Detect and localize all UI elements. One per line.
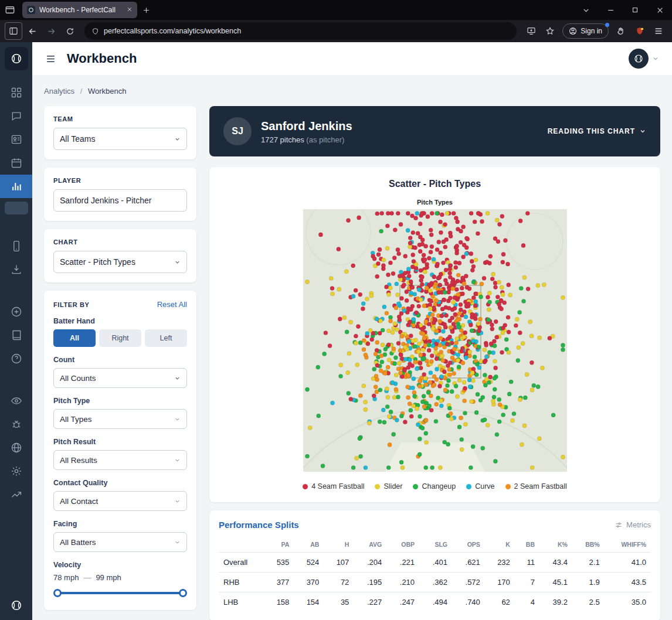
pitch-point [396,367,401,371]
splits-title[interactable]: Performance Splits [219,520,299,530]
pitch-point [375,340,379,345]
pitch-point [525,211,530,215]
pitch-point [452,296,456,300]
batter-hand-all-button[interactable]: All [53,329,96,347]
metrics-button[interactable]: Metrics [615,520,651,529]
adblock-icon[interactable] [631,22,649,40]
tab-close-icon[interactable] [127,6,133,14]
sidebar-item-bug[interactable] [0,413,32,436]
app-header: Workbench [32,42,672,75]
pitch-type-select[interactable]: All Types [53,409,187,429]
menu-icon[interactable] [650,22,667,40]
pitch-point [470,259,474,263]
tab-list-chevron-icon[interactable] [573,0,598,20]
sidebar-item-trend-up[interactable] [0,483,32,506]
contact-quality-select[interactable]: All Contact [53,491,187,511]
slider-handle-max[interactable] [179,589,187,597]
splits-cell: 35 [324,592,354,612]
shield-icon[interactable] [91,28,99,35]
splits-cell: 370 [294,573,324,592]
sidebar-item-bar-chart[interactable] [0,175,32,198]
pitch-point [392,362,396,366]
reload-icon[interactable] [61,22,79,40]
pitch-point [461,225,465,229]
url-bar[interactable]: perfectcallsports.com/analytics/workbenc… [84,22,517,40]
pitch-point [453,265,457,270]
save-to-device-icon[interactable] [522,22,540,40]
chart-select[interactable]: Scatter - Pitch Types [53,251,187,273]
pitch-point [425,286,429,290]
breadcrumb-analytics[interactable]: Analytics [44,87,74,96]
bookmark-star-icon[interactable] [541,22,559,40]
reading-this-chart-toggle[interactable]: READING THIS CHART [548,127,646,135]
slider-handle-min[interactable] [53,589,62,597]
sidebar-item-gear[interactable] [0,459,32,483]
splits-cell: .221 [386,553,419,573]
batter-hand-left-button[interactable]: Left [145,329,187,347]
pitch-point [418,437,422,441]
pitch-point [454,251,459,255]
count-select[interactable]: All Counts [53,368,187,388]
pitch-point [495,295,500,299]
pitch-point [419,211,423,215]
velocity-slider[interactable] [55,589,186,597]
team-select[interactable]: All Teams [53,128,187,150]
minimize-button[interactable] [598,0,623,20]
player-input[interactable]: Sanford Jenkins - Pitcher [53,189,187,212]
sidebar-item-book[interactable] [0,323,32,347]
app-logo-icon[interactable] [5,47,28,70]
account-avatar[interactable] [629,49,649,69]
app-logo-bottom-icon[interactable] [10,599,23,614]
sidebar-item-help[interactable] [0,347,32,370]
sidebar-item-globe[interactable] [0,436,32,459]
reset-all-link[interactable]: Reset All [157,300,187,309]
batter-hand-right-button[interactable]: Right [99,329,141,347]
account-menu[interactable] [629,49,659,69]
pitch-point [422,336,426,340]
firefox-view-icon[interactable] [0,0,20,20]
back-icon[interactable] [23,22,41,40]
pitch-point [388,410,392,414]
browser-tab[interactable]: Workbench - PerfectCall [22,2,137,18]
sidebar-item-download[interactable] [0,258,32,281]
facing-select[interactable]: All Batters [53,532,187,552]
pitch-point [361,306,365,311]
sidebar-item-chat[interactable] [0,104,32,128]
extensions-icon[interactable] [612,22,630,40]
pitch-point [351,465,355,469]
pitch-point [443,325,447,329]
pitch-point [420,400,425,404]
maximize-button[interactable] [623,0,647,20]
sidebar-item-grid[interactable] [0,81,32,104]
player-label: PLAYER [53,177,187,184]
new-tab-button[interactable] [137,1,155,19]
pitch-point [454,287,459,291]
pitch-point [355,363,359,367]
sidebar-item-plus-circle[interactable] [0,300,32,323]
pitch-point [423,431,427,435]
sidebar-item-mobile[interactable] [0,234,32,258]
forward-icon[interactable] [42,22,60,40]
app-sidebar [0,42,32,620]
pitch-point [444,237,448,241]
sidebar-item-contacts[interactable] [0,128,32,151]
pitch-point [457,261,461,265]
sidebar-active-sub-tile[interactable] [5,202,28,214]
sign-in-label: Sign in [581,27,602,35]
player-avatar: SJ [223,117,252,145]
chart-select-card: CHART Scatter - Pitch Types [44,229,196,282]
sidebar-item-eye[interactable] [0,389,32,413]
pitch-result-select[interactable]: All Results [53,450,187,470]
pitch-point [478,398,482,402]
app-menu-icon[interactable] [45,53,56,64]
pitch-point [358,292,362,297]
pitch-point [346,219,350,223]
sidebar-toggle-icon[interactable] [5,22,22,40]
performance-splits-card: Performance Splits Metrics PAABHAVGOBPSL… [209,510,660,620]
pitch-point [397,361,401,365]
pitch-point [520,442,524,447]
sidebar-item-calendar[interactable] [0,151,32,175]
pitch-point [463,331,467,335]
sign-in-button[interactable]: Sign in [562,23,609,39]
close-button[interactable] [647,0,672,20]
